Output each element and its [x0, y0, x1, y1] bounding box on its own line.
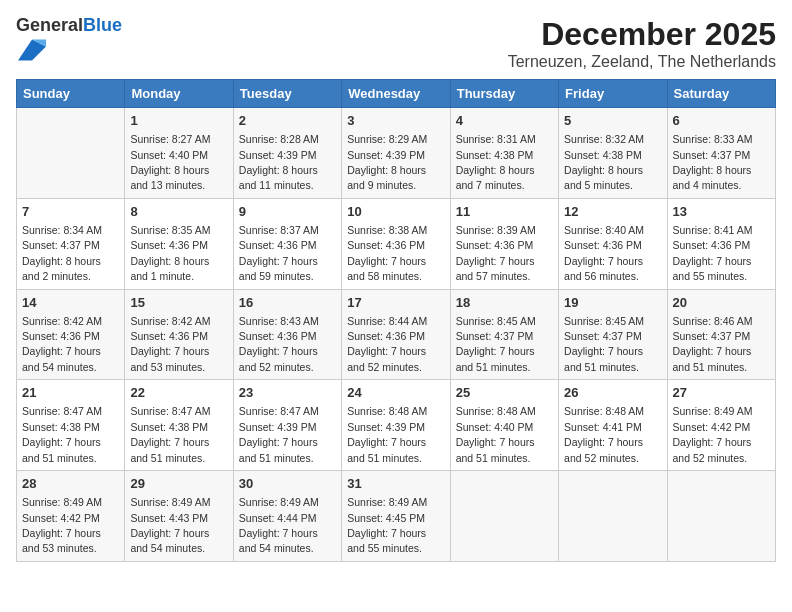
- calendar-table: SundayMondayTuesdayWednesdayThursdayFrid…: [16, 79, 776, 562]
- page-subtitle: Terneuzen, Zeeland, The Netherlands: [508, 53, 776, 71]
- day-info: Sunrise: 8:49 AMSunset: 4:42 PMDaylight:…: [673, 405, 753, 463]
- logo-blue-text: Blue: [83, 15, 122, 35]
- day-info: Sunrise: 8:45 AMSunset: 4:37 PMDaylight:…: [564, 315, 644, 373]
- header-thursday: Thursday: [450, 80, 558, 108]
- calendar-week-row: 28Sunrise: 8:49 AMSunset: 4:42 PMDayligh…: [17, 471, 776, 562]
- day-number: 23: [239, 384, 336, 402]
- calendar-cell: 11Sunrise: 8:39 AMSunset: 4:36 PMDayligh…: [450, 198, 558, 289]
- header-sunday: Sunday: [17, 80, 125, 108]
- day-info: Sunrise: 8:29 AMSunset: 4:39 PMDaylight:…: [347, 133, 427, 191]
- day-number: 6: [673, 112, 770, 130]
- calendar-cell: 29Sunrise: 8:49 AMSunset: 4:43 PMDayligh…: [125, 471, 233, 562]
- calendar-cell: 9Sunrise: 8:37 AMSunset: 4:36 PMDaylight…: [233, 198, 341, 289]
- calendar-cell: [17, 108, 125, 199]
- calendar-cell: [450, 471, 558, 562]
- day-info: Sunrise: 8:48 AMSunset: 4:41 PMDaylight:…: [564, 405, 644, 463]
- day-info: Sunrise: 8:46 AMSunset: 4:37 PMDaylight:…: [673, 315, 753, 373]
- page-title: December 2025: [508, 16, 776, 53]
- calendar-week-row: 14Sunrise: 8:42 AMSunset: 4:36 PMDayligh…: [17, 289, 776, 380]
- day-number: 19: [564, 294, 661, 312]
- day-info: Sunrise: 8:48 AMSunset: 4:39 PMDaylight:…: [347, 405, 427, 463]
- calendar-cell: 24Sunrise: 8:48 AMSunset: 4:39 PMDayligh…: [342, 380, 450, 471]
- day-number: 24: [347, 384, 444, 402]
- day-info: Sunrise: 8:28 AMSunset: 4:39 PMDaylight:…: [239, 133, 319, 191]
- day-info: Sunrise: 8:32 AMSunset: 4:38 PMDaylight:…: [564, 133, 644, 191]
- calendar-cell: 25Sunrise: 8:48 AMSunset: 4:40 PMDayligh…: [450, 380, 558, 471]
- day-number: 4: [456, 112, 553, 130]
- calendar-cell: 20Sunrise: 8:46 AMSunset: 4:37 PMDayligh…: [667, 289, 775, 380]
- calendar-cell: 21Sunrise: 8:47 AMSunset: 4:38 PMDayligh…: [17, 380, 125, 471]
- day-info: Sunrise: 8:49 AMSunset: 4:44 PMDaylight:…: [239, 496, 319, 554]
- calendar-cell: 31Sunrise: 8:49 AMSunset: 4:45 PMDayligh…: [342, 471, 450, 562]
- calendar-cell: 10Sunrise: 8:38 AMSunset: 4:36 PMDayligh…: [342, 198, 450, 289]
- day-info: Sunrise: 8:48 AMSunset: 4:40 PMDaylight:…: [456, 405, 536, 463]
- calendar-cell: [559, 471, 667, 562]
- day-info: Sunrise: 8:34 AMSunset: 4:37 PMDaylight:…: [22, 224, 102, 282]
- calendar-cell: 17Sunrise: 8:44 AMSunset: 4:36 PMDayligh…: [342, 289, 450, 380]
- title-block: December 2025 Terneuzen, Zeeland, The Ne…: [508, 16, 776, 71]
- day-number: 15: [130, 294, 227, 312]
- day-info: Sunrise: 8:42 AMSunset: 4:36 PMDaylight:…: [130, 315, 210, 373]
- day-info: Sunrise: 8:47 AMSunset: 4:39 PMDaylight:…: [239, 405, 319, 463]
- day-info: Sunrise: 8:49 AMSunset: 4:42 PMDaylight:…: [22, 496, 102, 554]
- day-info: Sunrise: 8:49 AMSunset: 4:45 PMDaylight:…: [347, 496, 427, 554]
- day-number: 9: [239, 203, 336, 221]
- day-number: 28: [22, 475, 119, 493]
- calendar-cell: 8Sunrise: 8:35 AMSunset: 4:36 PMDaylight…: [125, 198, 233, 289]
- day-number: 14: [22, 294, 119, 312]
- day-number: 16: [239, 294, 336, 312]
- calendar-cell: 22Sunrise: 8:47 AMSunset: 4:38 PMDayligh…: [125, 380, 233, 471]
- calendar-cell: 12Sunrise: 8:40 AMSunset: 4:36 PMDayligh…: [559, 198, 667, 289]
- calendar-week-row: 7Sunrise: 8:34 AMSunset: 4:37 PMDaylight…: [17, 198, 776, 289]
- day-number: 27: [673, 384, 770, 402]
- calendar-cell: [667, 471, 775, 562]
- logo-icon: [18, 36, 46, 64]
- day-info: Sunrise: 8:37 AMSunset: 4:36 PMDaylight:…: [239, 224, 319, 282]
- day-number: 8: [130, 203, 227, 221]
- day-number: 12: [564, 203, 661, 221]
- calendar-cell: 15Sunrise: 8:42 AMSunset: 4:36 PMDayligh…: [125, 289, 233, 380]
- day-info: Sunrise: 8:38 AMSunset: 4:36 PMDaylight:…: [347, 224, 427, 282]
- day-number: 22: [130, 384, 227, 402]
- day-info: Sunrise: 8:33 AMSunset: 4:37 PMDaylight:…: [673, 133, 753, 191]
- day-number: 1: [130, 112, 227, 130]
- day-number: 20: [673, 294, 770, 312]
- day-info: Sunrise: 8:49 AMSunset: 4:43 PMDaylight:…: [130, 496, 210, 554]
- day-info: Sunrise: 8:47 AMSunset: 4:38 PMDaylight:…: [130, 405, 210, 463]
- calendar-cell: 5Sunrise: 8:32 AMSunset: 4:38 PMDaylight…: [559, 108, 667, 199]
- day-number: 10: [347, 203, 444, 221]
- calendar-cell: 3Sunrise: 8:29 AMSunset: 4:39 PMDaylight…: [342, 108, 450, 199]
- calendar-cell: 19Sunrise: 8:45 AMSunset: 4:37 PMDayligh…: [559, 289, 667, 380]
- day-info: Sunrise: 8:40 AMSunset: 4:36 PMDaylight:…: [564, 224, 644, 282]
- calendar-cell: 4Sunrise: 8:31 AMSunset: 4:38 PMDaylight…: [450, 108, 558, 199]
- header-friday: Friday: [559, 80, 667, 108]
- day-info: Sunrise: 8:35 AMSunset: 4:36 PMDaylight:…: [130, 224, 210, 282]
- calendar-cell: 6Sunrise: 8:33 AMSunset: 4:37 PMDaylight…: [667, 108, 775, 199]
- header-monday: Monday: [125, 80, 233, 108]
- day-number: 29: [130, 475, 227, 493]
- calendar-cell: 7Sunrise: 8:34 AMSunset: 4:37 PMDaylight…: [17, 198, 125, 289]
- header-tuesday: Tuesday: [233, 80, 341, 108]
- header-saturday: Saturday: [667, 80, 775, 108]
- page-header: GeneralBlue December 2025 Terneuzen, Zee…: [16, 16, 776, 71]
- calendar-header-row: SundayMondayTuesdayWednesdayThursdayFrid…: [17, 80, 776, 108]
- day-info: Sunrise: 8:39 AMSunset: 4:36 PMDaylight:…: [456, 224, 536, 282]
- calendar-cell: 26Sunrise: 8:48 AMSunset: 4:41 PMDayligh…: [559, 380, 667, 471]
- calendar-cell: 13Sunrise: 8:41 AMSunset: 4:36 PMDayligh…: [667, 198, 775, 289]
- day-number: 3: [347, 112, 444, 130]
- day-number: 11: [456, 203, 553, 221]
- day-info: Sunrise: 8:45 AMSunset: 4:37 PMDaylight:…: [456, 315, 536, 373]
- day-info: Sunrise: 8:31 AMSunset: 4:38 PMDaylight:…: [456, 133, 536, 191]
- day-info: Sunrise: 8:43 AMSunset: 4:36 PMDaylight:…: [239, 315, 319, 373]
- calendar-cell: 30Sunrise: 8:49 AMSunset: 4:44 PMDayligh…: [233, 471, 341, 562]
- calendar-cell: 14Sunrise: 8:42 AMSunset: 4:36 PMDayligh…: [17, 289, 125, 380]
- day-info: Sunrise: 8:44 AMSunset: 4:36 PMDaylight:…: [347, 315, 427, 373]
- day-number: 17: [347, 294, 444, 312]
- day-number: 7: [22, 203, 119, 221]
- calendar-cell: 2Sunrise: 8:28 AMSunset: 4:39 PMDaylight…: [233, 108, 341, 199]
- calendar-cell: 16Sunrise: 8:43 AMSunset: 4:36 PMDayligh…: [233, 289, 341, 380]
- day-info: Sunrise: 8:42 AMSunset: 4:36 PMDaylight:…: [22, 315, 102, 373]
- calendar-cell: 27Sunrise: 8:49 AMSunset: 4:42 PMDayligh…: [667, 380, 775, 471]
- logo-general-text: General: [16, 15, 83, 35]
- day-number: 13: [673, 203, 770, 221]
